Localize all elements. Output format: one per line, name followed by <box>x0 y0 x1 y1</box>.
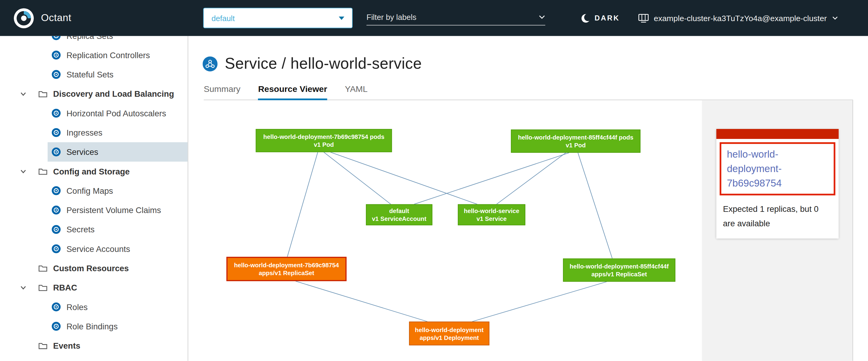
sidebar-group-events[interactable]: Events <box>0 336 188 355</box>
sidebar: Replica SetsReplication ControllersState… <box>0 36 188 361</box>
sidebar-label: Secrets <box>66 225 94 234</box>
persistent-volume-claims-icon <box>52 205 61 215</box>
graph-node-serviceaccount-default[interactable]: defaultv1 ServiceAccount <box>366 204 432 225</box>
sidebar-item-roles[interactable]: Roles <box>0 297 188 317</box>
chevron-down-icon[interactable] <box>20 285 28 290</box>
graph-edge <box>296 281 427 322</box>
filter-labels-field <box>367 9 545 25</box>
detail-panel: hello-world-deployment-7b69c98754 Expect… <box>702 100 853 361</box>
sidebar-label: Persistent Volume Claims <box>66 205 161 215</box>
card-message: Expected 1 replicas, but 0 are available <box>716 198 839 239</box>
cluster-icon <box>638 13 649 22</box>
sidebar-item-stateful-sets[interactable]: Stateful Sets <box>0 65 188 84</box>
octant-window: Octant default DARK <box>0 0 868 361</box>
sidebar-label: Services <box>66 147 98 157</box>
tab-resource-viewer[interactable]: Resource Viewer <box>258 84 327 100</box>
sidebar-item-config-maps[interactable]: Config Maps <box>0 181 188 200</box>
graph-node-pod-7b69c98754[interactable]: hello-world-deployment-7b69c98754 podsv1… <box>256 129 392 152</box>
chevron-down-icon <box>832 16 838 20</box>
graph-node-deployment-hello-world[interactable]: hello-world-deploymentapps/v1 Deployment <box>409 322 489 345</box>
sidebar-label: Config and Storage <box>53 167 130 176</box>
node-subtitle: v1 Pod <box>566 141 586 149</box>
sidebar-label: Config Maps <box>66 186 113 195</box>
cluster-menu[interactable]: example-cluster-ka3TuTzYo4a@example-clus… <box>638 0 838 36</box>
page-header: Service / hello-world-service <box>203 55 422 73</box>
sidebar-item-replica-sets[interactable]: Replica Sets <box>0 36 188 45</box>
sidebar-label: Ingresses <box>66 128 102 137</box>
replication-controllers-icon <box>52 50 61 60</box>
graph-node-service-hello-world[interactable]: hello-world-servicev1 Service <box>458 204 525 225</box>
folder-icon <box>38 168 48 175</box>
sidebar-group-config-and-storage[interactable]: Config and Storage <box>0 162 188 181</box>
graph-node-replicaset-85ff4cf44f[interactable]: hello-world-deployment-85ff4cf44fapps/v1… <box>563 259 675 282</box>
chevron-down-icon[interactable] <box>538 15 545 19</box>
sidebar-group-rbac[interactable]: RBAC <box>0 278 188 297</box>
sidebar-label: Roles <box>66 302 87 311</box>
sidebar-label: Stateful Sets <box>66 70 113 79</box>
folder-icon <box>38 264 48 272</box>
tab-bar: SummaryResource ViewerYAML <box>204 84 368 100</box>
card-status-bar-red <box>716 129 839 139</box>
node-title: hello-world-deployment-85ff4cf44f pods <box>518 133 633 141</box>
sidebar-item-ingresses[interactable]: Ingresses <box>0 123 188 142</box>
node-title: default <box>389 207 409 215</box>
node-title: hello-world-deployment-7b69c98754 <box>234 261 339 269</box>
sidebar-nav: Replica SetsReplication ControllersState… <box>0 36 188 355</box>
namespace-select[interactable]: default <box>203 8 352 28</box>
node-subtitle: apps/v1 ReplicaSet <box>258 269 314 277</box>
chevron-down-icon <box>339 16 344 20</box>
tab-summary[interactable]: Summary <box>204 84 241 100</box>
app-title: Octant <box>41 12 71 24</box>
octant-logo-icon <box>13 7 34 29</box>
sidebar-item-replication-controllers[interactable]: Replication Controllers <box>0 45 188 65</box>
sidebar-item-persistent-volume-claims[interactable]: Persistent Volume Claims <box>0 200 188 220</box>
role-bindings-icon <box>52 322 61 331</box>
theme-toggle-button[interactable]: DARK <box>580 0 620 36</box>
sidebar-item-horizontal-pod-autoscalers[interactable]: Horizontal Pod Autoscalers <box>0 103 188 123</box>
sidebar-item-service-accounts[interactable]: Service Accounts <box>0 239 188 258</box>
sidebar-group-custom-resources[interactable]: Custom Resources <box>0 259 188 278</box>
roles-icon <box>52 302 61 311</box>
folder-icon <box>38 90 48 98</box>
service-accounts-icon <box>52 244 61 254</box>
folder-icon <box>38 284 48 291</box>
graph-edge <box>472 282 607 322</box>
sidebar-label: Role Bindings <box>66 322 118 331</box>
service-icon <box>203 56 218 71</box>
graph-edge <box>497 153 566 204</box>
node-title: hello-world-deployment-7b69c98754 pods <box>264 133 384 141</box>
node-subtitle: v1 ServiceAccount <box>372 215 427 223</box>
cluster-name: example-cluster-ka3TuTzYo4a@example-clus… <box>654 13 827 22</box>
brand: Octant <box>13 0 71 36</box>
sidebar-label: Discovery and Load Balancing <box>53 89 174 99</box>
ingresses-icon <box>52 128 61 137</box>
card-title-box: hello-world-deployment-7b69c98754 <box>720 142 835 195</box>
sidebar-item-services[interactable]: Services <box>0 142 188 162</box>
sidebar-item-secrets[interactable]: Secrets <box>0 220 188 239</box>
node-subtitle: apps/v1 ReplicaSet <box>591 270 647 278</box>
sidebar-item-role-bindings[interactable]: Role Bindings <box>0 317 188 336</box>
node-title: hello-world-deployment <box>415 326 484 334</box>
chevron-down-icon[interactable] <box>20 169 28 173</box>
sidebar-label: Service Accounts <box>66 244 130 254</box>
graph-edge <box>324 152 391 204</box>
theme-toggle-label: DARK <box>595 14 620 22</box>
node-subtitle: v1 Pod <box>314 141 334 149</box>
moon-icon <box>580 13 590 23</box>
graph-edge <box>414 153 569 204</box>
horizontal-pod-autoscalers-icon <box>52 108 61 118</box>
services-icon <box>52 147 61 157</box>
chevron-down-icon[interactable] <box>20 92 28 96</box>
sidebar-label: Custom Resources <box>53 263 129 273</box>
graph-edge <box>287 152 318 257</box>
secrets-icon <box>52 225 61 234</box>
graph-node-replicaset-7b69c98754[interactable]: hello-world-deployment-7b69c98754apps/v1… <box>226 257 347 281</box>
sidebar-group-discovery-and-load-balancing[interactable]: Discovery and Load Balancing <box>0 84 188 103</box>
graph-node-pod-85ff4cf44f[interactable]: hello-world-deployment-85ff4cf44f podsv1… <box>511 130 641 153</box>
tab-yaml[interactable]: YAML <box>345 84 367 100</box>
node-title: hello-world-deployment-85ff4cf44f <box>569 262 669 270</box>
filter-labels-input[interactable] <box>367 12 538 21</box>
stateful-sets-icon <box>52 70 61 79</box>
selected-object-link[interactable]: hello-world-deployment-7b69c98754 <box>727 147 828 191</box>
folder-icon <box>38 342 48 350</box>
